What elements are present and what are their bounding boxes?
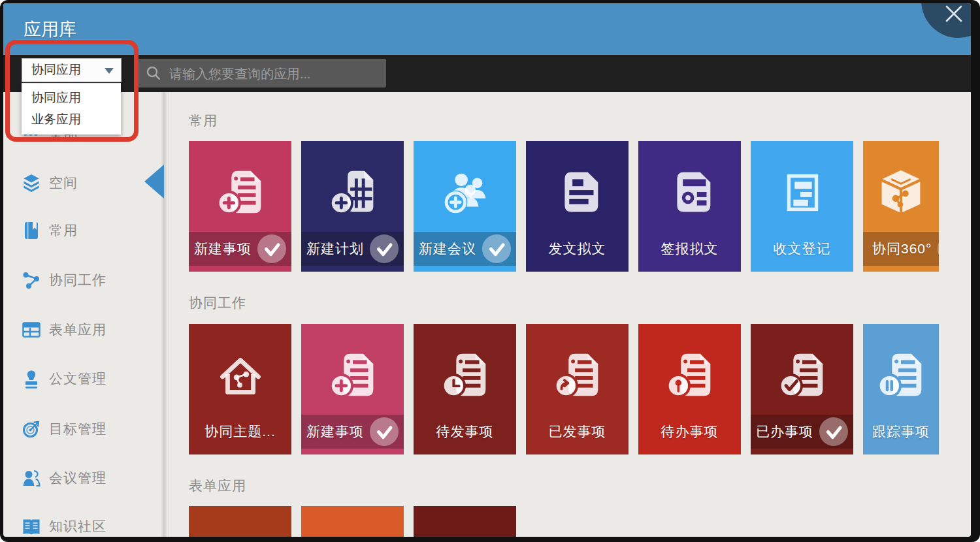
doc-send-icon	[547, 345, 608, 406]
tile-label-bar: 待发事项	[414, 415, 516, 449]
people-plus-icon	[434, 162, 496, 223]
selected-check-icon	[257, 234, 286, 263]
tile-label-bar: 待办事项	[638, 415, 741, 449]
dialog-header: 应用库	[3, 3, 971, 55]
app-tile[interactable]: 已办事项	[751, 324, 853, 454]
section-title: 表单应用	[189, 477, 246, 495]
app-tile[interactable]	[414, 506, 516, 537]
tile-label: 已办事项	[756, 422, 813, 441]
app-tile[interactable]	[301, 506, 404, 537]
app-library-screenshot: 应用库 协同应用 全部空间常用协同工作表单应用公文管理目标管理会议管理知识社区	[0, 0, 980, 542]
tile-label: 新建计划	[306, 240, 364, 258]
tile-label: 收文登记	[774, 240, 831, 258]
doc-pin-icon	[659, 345, 721, 406]
tile-label-bar: 已办事项	[751, 415, 853, 449]
tile-label: 新建事项	[194, 240, 252, 258]
tile-label-bar: 签报拟文	[638, 232, 741, 266]
selected-check-icon	[370, 234, 399, 263]
app-tile[interactable]: 新建会议	[414, 141, 516, 272]
chevron-down-icon	[105, 68, 114, 74]
tile-label: 发文拟文	[549, 240, 606, 258]
tile-label-bar: 收文登记	[751, 232, 853, 266]
dropdown-option[interactable]: 业务应用	[22, 108, 121, 130]
app-tile[interactable]: 新建事项	[301, 324, 404, 454]
tile-label: 签报拟文	[661, 240, 719, 258]
doc-plus-icon	[322, 345, 384, 406]
doc-plus-icon	[210, 162, 271, 223]
tile-label-bar: 新建事项	[301, 415, 404, 449]
close-icon	[944, 4, 964, 24]
selected-check-icon	[482, 234, 511, 263]
tile-label: 待发事项	[436, 422, 494, 441]
app-tile[interactable]: 协同主题...	[189, 324, 291, 454]
tile-label-bar: 新建会议	[414, 232, 516, 266]
selected-check-icon	[819, 417, 848, 446]
category-select[interactable]: 协同应用	[22, 58, 122, 82]
toolbar: 协同应用	[3, 55, 971, 92]
tile-label: 待办事项	[661, 422, 719, 441]
tile-label-bar: 协同360°	[863, 232, 939, 266]
search-input[interactable]	[168, 59, 380, 89]
app-tile[interactable]: 待发事项	[414, 324, 516, 454]
close-button[interactable]	[921, 3, 971, 38]
app-tile[interactable]: 新建计划	[301, 141, 404, 272]
doc-done-icon	[772, 345, 833, 406]
tile-label: 跟踪事项	[872, 422, 930, 441]
doc-lines-icon	[547, 162, 608, 223]
doc-print-icon	[659, 162, 721, 223]
plan-plus-icon	[322, 162, 384, 223]
tile-label-bar: 协同主题...	[189, 415, 291, 449]
app-library-dialog: 应用库 协同应用 全部空间常用协同工作表单应用公文管理目标管理会议管理知识社区	[3, 3, 971, 537]
page-title: 应用库	[24, 18, 76, 41]
tile-label: 已发事项	[549, 422, 606, 441]
selected-check-icon	[938, 234, 939, 263]
section-title: 协同工作	[189, 294, 246, 312]
selected-category-indicator	[144, 165, 164, 199]
app-tile[interactable]: 协同360°	[863, 141, 939, 272]
app-tile[interactable]: 待办事项	[638, 324, 741, 454]
tile-label-bar: 跟踪事项	[863, 415, 939, 449]
app-tile[interactable]: 收文登记	[751, 141, 853, 272]
tile-label-bar: 新建事项	[189, 232, 291, 266]
doc-clock-icon	[434, 345, 496, 406]
tile-label: 新建会议	[419, 240, 476, 258]
tile-label-bar: 已发事项	[526, 415, 629, 449]
category-dropdown-menu: 协同应用业务应用	[22, 83, 121, 135]
search-icon	[146, 65, 161, 81]
tile-label: 新建事项	[306, 422, 364, 441]
tile-label-bar: 发文拟文	[526, 232, 629, 266]
app-tile[interactable]: 已发事项	[526, 324, 629, 454]
form-reg-icon	[772, 162, 833, 223]
app-tile[interactable]	[189, 506, 291, 537]
app-tile[interactable]: 跟踪事项	[863, 324, 939, 454]
search-box	[138, 59, 386, 88]
category-select-value: 协同应用	[31, 59, 81, 81]
tile-label: 协同360°	[872, 240, 932, 258]
app-tile[interactable]: 签报拟文	[638, 141, 741, 272]
tile-label: 协同主题...	[204, 422, 276, 441]
house-share-icon	[210, 345, 271, 406]
selected-check-icon	[370, 417, 399, 446]
app-tile[interactable]: 新建事项	[189, 141, 291, 272]
dropdown-option[interactable]: 协同应用	[22, 87, 121, 108]
tile-label-bar: 新建计划	[301, 232, 404, 266]
doc-track-icon	[870, 345, 932, 406]
section-title: 常用	[189, 112, 218, 130]
box-360-icon	[870, 162, 932, 223]
app-tile[interactable]: 发文拟文	[526, 141, 629, 272]
